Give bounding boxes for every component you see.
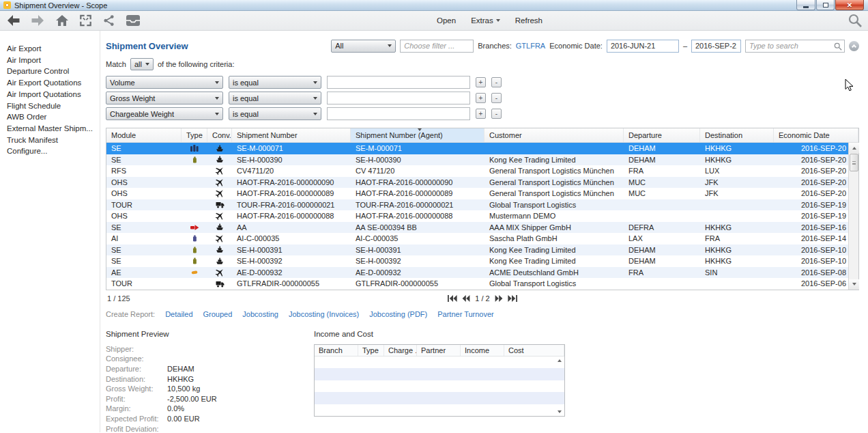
table-row[interactable]: OHS HAOT-FRA-2016-000000088 HAOT-FRA-201…	[106, 210, 858, 222]
column-header[interactable]: Destination	[700, 128, 774, 142]
report-link[interactable]: Jobcosting (PDF)	[369, 310, 427, 318]
criteria-field-dropdown[interactable]: Volume	[106, 76, 223, 89]
sidebar-item[interactable]: Air Export Quotations	[0, 77, 100, 89]
report-link[interactable]: Detailed	[165, 310, 192, 318]
inbox-icon[interactable]	[126, 14, 141, 27]
table-row[interactable]: OHS HAOT-FRA-2016-000000090 HAOT-FRA-201…	[106, 177, 858, 188]
criteria-value-input[interactable]	[327, 76, 470, 89]
table-row[interactable]: SE AA AA SE-000394 BB AAA MIX Shipper Gm…	[106, 222, 858, 234]
table-row[interactable]: AE AE-D-000932 AE-D-000932 ACME Deutschl…	[106, 267, 858, 279]
table-row[interactable]: AI AI-C-000035 AI-C-000035 Sascha Plath …	[106, 233, 858, 245]
report-link[interactable]: Partner Turnover	[437, 310, 494, 318]
open-button[interactable]: Open	[437, 16, 456, 25]
column-header[interactable]: Departure	[624, 128, 700, 142]
column-header[interactable]: Conv...	[207, 128, 232, 142]
remove-criteria-button[interactable]: -	[491, 77, 502, 87]
sidebar-item[interactable]: External Master Shipm...	[0, 123, 100, 135]
criteria-field-dropdown[interactable]: Gross Weight	[106, 92, 223, 104]
cell-module: AI	[106, 234, 182, 242]
sidebar-item[interactable]: Configure...	[0, 145, 100, 157]
economic-date-label: Economic Date:	[549, 42, 603, 50]
scroll-down-button[interactable]	[849, 279, 859, 290]
match-dropdown[interactable]: all	[130, 58, 154, 70]
column-header[interactable]: Module	[106, 128, 182, 142]
income-column-header[interactable]: Charge ...	[384, 345, 417, 356]
sidebar-item[interactable]: Flight Schedule	[0, 100, 100, 112]
table-row[interactable]: OHS HAOT-FRA-2016-000000089 HAOT-FRA-201…	[106, 188, 858, 199]
report-link[interactable]: Jobcosting (Invoices)	[289, 310, 359, 318]
branches-link[interactable]: GTLFRA	[516, 42, 545, 50]
truck-icon	[215, 279, 225, 288]
income-column-header[interactable]: Partner	[417, 345, 461, 356]
remove-criteria-button[interactable]: -	[491, 93, 502, 103]
previous-page-button[interactable]	[462, 295, 470, 302]
criteria-operator-dropdown[interactable]: is equal	[229, 107, 321, 120]
search-icon[interactable]	[848, 13, 863, 29]
income-column-header[interactable]: Type	[358, 345, 384, 356]
minimize-button[interactable]	[796, 0, 815, 10]
next-page-button[interactable]	[495, 295, 503, 302]
report-link[interactable]: Jobcosting	[242, 310, 278, 318]
sidebar-item[interactable]: AWB Order	[0, 111, 100, 123]
cell-conveyance	[207, 223, 232, 232]
column-header[interactable]: Shipment Number	[232, 128, 351, 142]
add-criteria-button[interactable]: +	[476, 109, 486, 119]
scrollbar-thumb[interactable]	[850, 154, 858, 171]
table-scrollbar[interactable]	[848, 143, 858, 290]
refresh-button[interactable]: Refresh	[515, 16, 542, 25]
sidebar-item[interactable]: Truck Manifest	[0, 135, 100, 146]
close-icon: ✕	[847, 1, 852, 10]
column-header[interactable]: Customer	[484, 128, 624, 142]
back-icon[interactable]	[6, 14, 20, 27]
sidebar-item[interactable]: Departure Control	[0, 66, 100, 77]
criteria-value-input[interactable]	[327, 107, 470, 120]
add-criteria-button[interactable]: +	[476, 93, 486, 103]
table-row[interactable]: SE SE-H-000391 SE-H-000391 Kong Kee Trad…	[106, 245, 858, 256]
remove-criteria-button[interactable]: -	[491, 109, 502, 119]
preview-field-value: DEHAM	[167, 365, 194, 373]
sidebar-item[interactable]: Air Export	[0, 43, 100, 55]
collapse-panel-button[interactable]	[849, 41, 859, 51]
sidebar-item[interactable]: Air Import	[0, 55, 100, 66]
table-row[interactable]: TOUR GTLFRADIR-000000055 GTLFRADIR-00000…	[106, 278, 858, 290]
forward-icon[interactable]	[31, 14, 45, 27]
cell-shipment-number-agent: SE-H-000390	[351, 156, 484, 164]
income-column-header[interactable]: Cost	[504, 345, 564, 356]
income-table-scrollbar[interactable]	[556, 358, 564, 415]
criteria-operator-dropdown[interactable]: is equal	[229, 76, 321, 89]
sidebar-item[interactable]: Air Import Quotations	[0, 89, 100, 100]
fullscreen-icon[interactable]	[79, 14, 92, 27]
column-header[interactable]: Type	[182, 128, 207, 142]
report-link[interactable]: Grouped	[203, 310, 233, 318]
column-header[interactable]: Economic Date	[774, 128, 858, 142]
home-icon[interactable]	[55, 14, 69, 27]
extras-menu-button[interactable]: Extras	[471, 16, 500, 25]
criteria-row: Volume is equal + -	[106, 76, 859, 89]
filter-scope-dropdown[interactable]: All	[331, 40, 396, 53]
choose-filter-input[interactable]	[400, 40, 474, 53]
table-row[interactable]: RFS CV4711/20 CV 4711/20 General Transpo…	[106, 165, 858, 177]
criteria-field-dropdown[interactable]: Chargeable Weight	[106, 107, 223, 120]
column-header[interactable]: Shipment Number (Agent)	[351, 128, 484, 142]
criteria-operator-dropdown[interactable]: is equal	[229, 92, 321, 104]
criteria-field-value: Chargeable Weight	[110, 110, 174, 118]
airplane-icon	[215, 166, 225, 176]
criteria-field-value: Gross Weight	[110, 94, 155, 102]
criteria-value-input[interactable]	[327, 92, 470, 104]
add-criteria-button[interactable]: +	[476, 77, 486, 87]
date-from-input[interactable]	[607, 40, 679, 53]
table-row[interactable]: SE SE-H-000392 SE-H-000392 Kong Kee Trad…	[106, 255, 858, 267]
close-button[interactable]: ✕	[835, 0, 864, 10]
share-icon[interactable]	[102, 14, 115, 27]
table-row[interactable]: SE SE-M-000071 SE-M-000071 DEHAM HKHKG 2…	[106, 143, 858, 154]
scroll-up-button[interactable]	[849, 143, 859, 153]
date-to-input[interactable]	[691, 40, 741, 53]
table-row[interactable]: TOUR TOUR-FRA-2016-000000021 TOUR-FRA-20…	[106, 199, 858, 211]
restore-button[interactable]	[816, 0, 835, 10]
last-page-button[interactable]	[508, 295, 517, 302]
first-page-button[interactable]	[448, 295, 457, 302]
income-column-header[interactable]: Income	[461, 345, 504, 356]
table-row[interactable]: SE SE-H-000390 SE-H-000390 Kong Kee Trad…	[106, 154, 858, 166]
table-search-input[interactable]	[745, 40, 845, 53]
income-column-header[interactable]: Branch	[315, 345, 358, 356]
